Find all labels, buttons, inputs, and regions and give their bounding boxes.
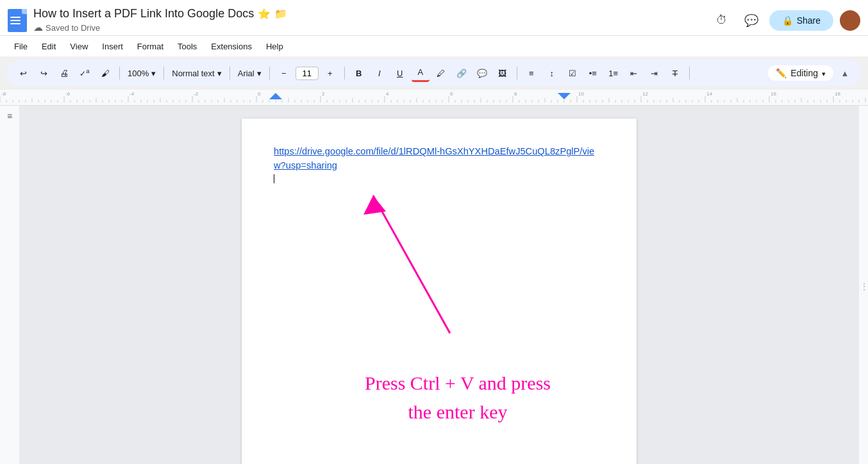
separator-1 xyxy=(119,67,120,79)
font-size-plus-button[interactable]: + xyxy=(321,64,339,82)
star-icon[interactable]: ⭐ xyxy=(258,8,271,20)
svg-text:-2: -2 xyxy=(194,91,199,97)
print-button[interactable]: 🖨 xyxy=(55,64,73,82)
doc-title-area: How to Insert a PDF Link Into Google Doc… xyxy=(33,7,710,33)
toolbar: ↩ ↪ 🖨 ✓a 🖌 100% ▾ Normal text ▾ Arial ▾ … xyxy=(6,60,862,86)
content-area: ≡ https://drive.google.com/file/d/1lRDQM… xyxy=(0,106,868,464)
svg-text:0: 0 xyxy=(258,91,261,97)
doc-page: https://drive.google.com/file/d/1lRDQMl-… xyxy=(242,119,637,464)
separator-4 xyxy=(269,67,270,79)
folder-icon[interactable]: 📁 xyxy=(274,8,287,20)
share-lock-icon: 🔒 xyxy=(782,15,793,26)
indent-increase-button[interactable]: ⇥ xyxy=(646,64,664,82)
underline-button[interactable]: U xyxy=(391,64,409,82)
font-arrow: ▾ xyxy=(257,69,262,78)
line-spacing-button[interactable]: ↕ xyxy=(543,64,561,82)
saved-status: ☁ Saved to Drive xyxy=(33,22,710,33)
italic-button[interactable]: I xyxy=(371,64,388,82)
text-color-button[interactable]: A xyxy=(412,64,430,82)
separator-6 xyxy=(517,67,517,79)
annotation-arrow xyxy=(325,170,505,336)
annotation-line1: Press Ctrl + V and press xyxy=(365,369,551,397)
collapse-toolbar-button[interactable]: ▲ xyxy=(836,64,854,82)
menu-insert[interactable]: Insert xyxy=(96,39,129,54)
image-button[interactable]: 🖼 xyxy=(494,64,512,82)
left-sidebar: ≡ xyxy=(0,106,19,464)
svg-text:14: 14 xyxy=(706,91,712,97)
menu-file[interactable]: File xyxy=(8,39,34,54)
doc-title-row: How to Insert a PDF Link Into Google Doc… xyxy=(33,7,710,21)
annotation-text: Press Ctrl + V and press the enter key xyxy=(365,369,551,426)
spellcheck-button[interactable]: ✓a xyxy=(76,64,94,82)
svg-text:-6: -6 xyxy=(65,91,71,97)
bullet-list-button[interactable]: •≡ xyxy=(584,64,602,82)
link-button[interactable]: 🔗 xyxy=(453,64,471,82)
clear-format-button[interactable]: T̶ xyxy=(666,64,684,82)
editing-label: Editing xyxy=(790,68,818,78)
menu-tools[interactable]: Tools xyxy=(171,39,203,54)
share-button[interactable]: 🔒 Share xyxy=(769,10,833,31)
undo-button[interactable]: ↩ xyxy=(14,64,32,82)
doc-scroll[interactable]: https://drive.google.com/file/d/1lRDQMl-… xyxy=(19,106,859,464)
menu-format[interactable]: Format xyxy=(131,39,170,54)
avatar[interactable] xyxy=(840,10,860,31)
history-button[interactable]: ⏱ xyxy=(710,9,733,32)
font-label: Arial xyxy=(238,69,255,78)
style-select[interactable]: Normal text ▾ xyxy=(169,64,224,82)
svg-line-153 xyxy=(373,195,450,333)
pencil-icon: ✏️ xyxy=(776,68,787,78)
zoom-select[interactable]: 100% ▾ xyxy=(125,64,158,82)
separator-3 xyxy=(230,67,230,79)
editing-chevron xyxy=(822,68,826,78)
outline-icon[interactable]: ≡ xyxy=(7,111,12,121)
comment-icon: 💬 xyxy=(744,13,758,28)
paint-format-button[interactable]: 🖌 xyxy=(96,64,114,82)
doc-title[interactable]: How to Insert a PDF Link Into Google Doc… xyxy=(33,7,254,21)
svg-text:18: 18 xyxy=(835,91,840,97)
svg-text:-4: -4 xyxy=(129,91,135,97)
share-label: Share xyxy=(797,15,821,26)
handle-dots-icon: ⋮ xyxy=(860,282,867,291)
bold-button[interactable]: B xyxy=(350,64,368,82)
menu-help[interactable]: Help xyxy=(260,39,290,54)
svg-text:10: 10 xyxy=(578,91,584,97)
svg-text:16: 16 xyxy=(771,91,776,97)
doc-icon xyxy=(8,9,27,32)
svg-text:2: 2 xyxy=(322,91,325,97)
separator-5 xyxy=(344,67,345,79)
comments-button[interactable]: 💬 xyxy=(740,9,763,32)
separator-7 xyxy=(689,67,690,79)
comment-inline-button[interactable]: 💬 xyxy=(473,64,491,82)
doc-link[interactable]: https://drive.google.com/file/d/1lRDQMl-… xyxy=(274,146,594,170)
svg-text:-8: -8 xyxy=(1,91,6,97)
ruler: -8-6-4-2024681012141618 xyxy=(0,90,868,106)
separator-2 xyxy=(163,67,164,79)
zoom-arrow: ▾ xyxy=(151,69,156,78)
text-cursor xyxy=(274,174,274,183)
checklist-button[interactable]: ☑ xyxy=(563,64,581,82)
right-collapse-handle[interactable]: ⋮ xyxy=(859,106,868,464)
menu-edit[interactable]: Edit xyxy=(35,39,62,54)
numbered-list-button[interactable]: 1≡ xyxy=(605,64,622,82)
style-label: Normal text xyxy=(172,69,214,78)
indent-decrease-button[interactable]: ⇤ xyxy=(625,64,643,82)
editing-button[interactable]: ✏️ Editing xyxy=(768,65,833,81)
redo-button[interactable]: ↪ xyxy=(35,64,53,82)
saved-status-text: Saved to Drive xyxy=(46,23,100,33)
cloud-icon: ☁ xyxy=(33,22,43,33)
svg-text:6: 6 xyxy=(450,91,453,97)
font-select[interactable]: Arial ▾ xyxy=(235,64,264,82)
ruler-svg: -8-6-4-2024681012141618 xyxy=(0,90,868,103)
font-size-minus-button[interactable]: − xyxy=(275,64,293,82)
doc-content: https://drive.google.com/file/d/1lRDQMl-… xyxy=(274,144,605,184)
style-arrow: ▾ xyxy=(217,69,222,78)
svg-text:4: 4 xyxy=(386,91,389,97)
history-icon: ⏱ xyxy=(716,13,728,27)
highlight-button[interactable]: 🖊 xyxy=(432,64,450,82)
align-button[interactable]: ≡ xyxy=(522,64,540,82)
menu-view[interactable]: View xyxy=(63,39,94,54)
zoom-value: 100% xyxy=(128,69,149,78)
menu-extensions[interactable]: Extensions xyxy=(204,39,258,54)
svg-marker-154 xyxy=(363,195,386,215)
font-size-box[interactable]: 11 xyxy=(296,67,319,80)
